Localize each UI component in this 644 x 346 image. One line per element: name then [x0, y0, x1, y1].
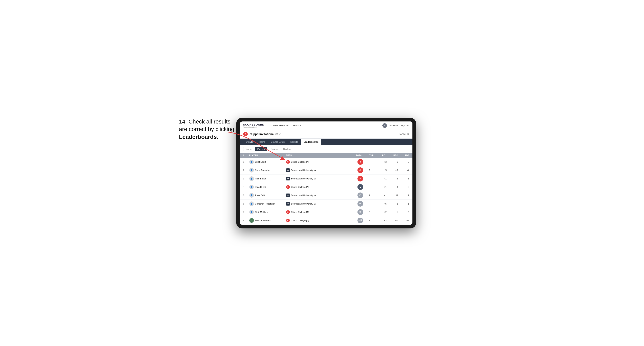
logo-sub: Powered by clippd	[243, 126, 264, 128]
team-name: Scoreboard University [A]	[291, 169, 316, 172]
tab-teams[interactable]: Teams	[256, 139, 268, 145]
team-cell: SB Scoreboard University [A]	[286, 193, 347, 197]
th-player: PLAYER	[249, 154, 286, 157]
th-total: TOTAL	[347, 154, 363, 157]
rd1-value: +1	[376, 177, 387, 180]
avatar: 👤	[249, 160, 254, 164]
avatar: 👤	[249, 176, 254, 181]
close-icon: ✕	[407, 133, 409, 136]
avatar: 👤	[249, 168, 254, 173]
team-logo: SB	[286, 177, 290, 180]
filter-scores[interactable]: Scores	[269, 147, 280, 151]
table-row: 4 👤 David Ford C Clippd College [A] E F …	[240, 183, 412, 191]
score-badge: -2	[358, 176, 363, 181]
thru-value: F	[363, 186, 376, 188]
leaderboard-table: # PLAYER TEAM TOTAL THRU RD1 RD2 RD3 1 👤…	[240, 153, 412, 225]
thru-value: F	[363, 161, 376, 163]
rd3-value: +6	[398, 211, 409, 213]
player-name: Marcus Turners	[255, 219, 270, 222]
th-team: TEAM	[286, 154, 347, 157]
score-badge: +6	[358, 201, 363, 207]
row-rank: 5	[243, 194, 249, 196]
logo-area: SCOREBOARD Powered by clippd	[243, 123, 264, 128]
logo-text: SCOREBOARD	[243, 123, 264, 126]
score-badge: +9	[358, 209, 363, 215]
rd3-value: -1	[398, 177, 409, 180]
device-frame: SCOREBOARD Powered by clippd TOURNAMENTS…	[236, 118, 416, 228]
row-rank: 3	[243, 177, 249, 180]
team-cell: C Clippd College [A]	[286, 185, 347, 189]
tournament-subtitle: (Men)	[275, 133, 281, 135]
rd3-value: -1	[398, 202, 409, 205]
table-row: 1 👤 Elliot Ebert C Clippd College [A] -8…	[240, 158, 412, 166]
team-logo: SB	[286, 202, 290, 205]
team-logo: C	[286, 185, 290, 189]
team-logo: C	[286, 210, 290, 214]
team-name: Clippd College [A]	[291, 219, 309, 222]
avatar: 👤	[249, 193, 254, 198]
table-header: # PLAYER TEAM TOTAL THRU RD1 RD2 RD3	[240, 153, 412, 158]
tab-leaderboards[interactable]: Leaderboards	[301, 139, 321, 145]
team-cell: SB Scoreboard University [A]	[286, 202, 347, 205]
rd3-value: -4	[398, 169, 409, 172]
rd3-value: -5	[398, 161, 409, 163]
row-rank: 2	[243, 169, 249, 172]
rd3-value: E	[398, 194, 409, 196]
filter-teams[interactable]: Teams	[243, 147, 254, 151]
th-rd1: RD1	[376, 154, 387, 157]
avatar: 👤	[249, 185, 254, 189]
team-name: Clippd College [A]	[291, 161, 309, 163]
row-rank: 7	[243, 211, 249, 213]
team-logo: C	[286, 160, 290, 164]
team-cell: C Clippd College [A]	[286, 219, 347, 222]
user-name: Test User |	[388, 124, 399, 127]
table-row: 6 👤 Cameron Robertson SB Scoreboard Univ…	[240, 200, 412, 208]
rd2-value: E	[387, 194, 398, 196]
player-cell: 👤 Rich Butler	[249, 176, 286, 181]
score-badge: E	[358, 184, 363, 190]
cancel-button[interactable]: Cancel ✕	[398, 133, 409, 136]
tab-course-setup[interactable]: Course Setup	[268, 139, 288, 145]
tab-results[interactable]: Results	[288, 139, 301, 145]
team-cell: C Clippd College [A]	[286, 210, 347, 214]
score-badge: +1	[358, 192, 363, 198]
user-avatar: T	[382, 123, 387, 128]
tab-details[interactable]: Details	[243, 139, 256, 145]
nav-teams[interactable]: TEAMS	[293, 124, 301, 128]
rd1-value: +1	[376, 186, 387, 188]
table-row: 7 👤 Blair McHarg C Clippd College [A] +9…	[240, 208, 412, 216]
nav-tournaments[interactable]: TOURNAMENTS	[270, 124, 288, 128]
thru-value: F	[363, 177, 376, 180]
signout-link[interactable]: Sign out	[401, 124, 409, 127]
team-cell: SB Scoreboard University [A]	[286, 177, 347, 180]
team-name: Clippd College [A]	[291, 186, 309, 188]
filter-row: Teams Players Scores Strokes	[240, 145, 412, 153]
rd3-value: +3	[398, 186, 409, 188]
score-badge: +11	[358, 218, 363, 223]
team-logo: SB	[286, 193, 290, 197]
player-cell: 👤 Rees Britt	[249, 193, 286, 198]
table-row: 5 👤 Rees Britt SB Scoreboard University …	[240, 191, 412, 200]
table-row: 8 M Marcus Turners C Clippd College [A] …	[240, 216, 412, 225]
avatar: M	[249, 218, 254, 223]
tournament-title: Clippd Invitational	[250, 133, 274, 136]
instruction-text: 14. Check all results are correct by cli…	[179, 118, 234, 141]
rd2-value: -2	[387, 177, 398, 180]
thru-value: F	[363, 219, 376, 222]
player-name: Rees Britt	[255, 194, 265, 196]
score-badge: -4	[358, 168, 363, 173]
player-cell: 👤 David Ford	[249, 185, 286, 189]
filter-strokes[interactable]: Strokes	[281, 147, 293, 151]
row-rank: 4	[243, 186, 249, 188]
player-name: Elliot Ebert	[255, 161, 266, 163]
row-rank: 8	[243, 219, 249, 222]
avatar: 👤	[249, 201, 254, 206]
rd3-value: +2	[398, 219, 409, 222]
rd2-value: +7	[387, 219, 398, 222]
filter-players[interactable]: Players	[255, 147, 267, 151]
tournament-logo: C	[243, 132, 248, 136]
team-logo: SB	[286, 169, 290, 172]
tournament-header: C Clippd Invitational (Men) Cancel ✕	[240, 130, 412, 139]
rd2-value: +1	[387, 211, 398, 213]
row-rank: 1	[243, 161, 249, 163]
